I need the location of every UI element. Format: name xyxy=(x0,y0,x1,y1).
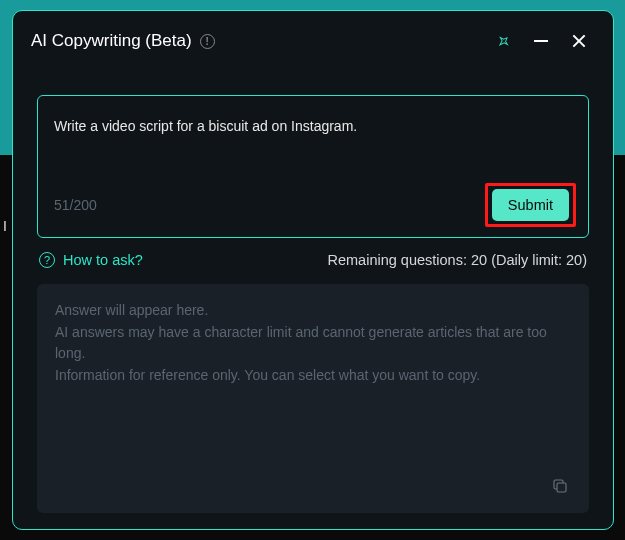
modal-body: Write a video script for a biscuit ad on… xyxy=(13,67,613,529)
submit-highlight: Submit xyxy=(485,183,576,227)
modal-title: AI Copywriting (Beta) xyxy=(31,31,192,51)
answer-card: Answer will appear here. AI answers may … xyxy=(37,284,589,513)
submit-button[interactable]: Submit xyxy=(492,189,569,221)
copy-icon xyxy=(551,477,569,495)
how-to-ask-link[interactable]: ? How to ask? xyxy=(39,252,143,268)
close-button[interactable] xyxy=(563,25,595,57)
char-counter: 51/200 xyxy=(54,197,97,213)
copy-button[interactable] xyxy=(551,477,575,501)
prompt-input-card[interactable]: Write a video script for a biscuit ad on… xyxy=(37,95,589,238)
modal-header: AI Copywriting (Beta) ! xyxy=(13,11,613,67)
background-stray-text: I xyxy=(3,218,7,234)
answer-line-2: AI answers may have a character limit an… xyxy=(55,322,571,365)
minimize-button[interactable] xyxy=(525,25,557,57)
prompt-text[interactable]: Write a video script for a biscuit ad on… xyxy=(54,116,572,137)
answer-line-3: Information for reference only. You can … xyxy=(55,365,571,387)
pin-icon[interactable] xyxy=(487,25,519,57)
info-icon[interactable]: ! xyxy=(200,34,215,49)
minimize-icon xyxy=(534,40,548,42)
copywriting-modal: AI Copywriting (Beta) ! Write a video sc… xyxy=(12,10,614,530)
hint-row: ? How to ask? Remaining questions: 20 (D… xyxy=(37,252,589,268)
close-icon xyxy=(571,33,587,49)
how-to-ask-label: How to ask? xyxy=(63,252,143,268)
answer-placeholder: Answer will appear here. AI answers may … xyxy=(55,300,571,387)
help-icon: ? xyxy=(39,252,55,268)
answer-line-1: Answer will appear here. xyxy=(55,300,571,322)
remaining-questions: Remaining questions: 20 (Daily limit: 20… xyxy=(328,252,588,268)
svg-rect-0 xyxy=(557,483,566,492)
input-footer: 51/200 Submit xyxy=(54,183,576,227)
